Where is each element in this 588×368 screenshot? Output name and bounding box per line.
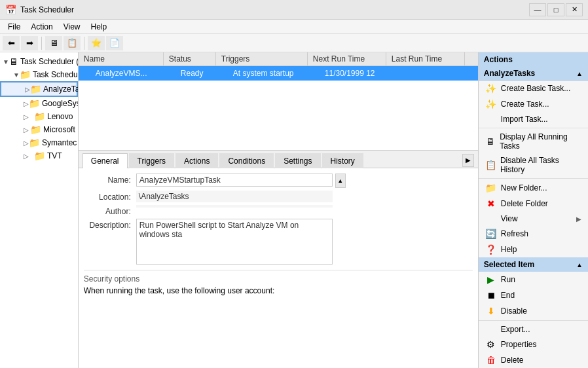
tree-label: Task Scheduler (Local): [20, 57, 79, 66]
delete-folder-icon: ✖: [485, 198, 497, 209]
expand-icon: ▷: [24, 113, 34, 120]
tree-item-microsoft[interactable]: ▷ 📁 Microsoft: [0, 123, 78, 136]
delete-icon: 🗑: [485, 355, 497, 365]
menu-help[interactable]: Help: [86, 21, 113, 33]
action-end[interactable]: ⏹ End: [479, 287, 588, 303]
tree-item-tvt[interactable]: ▷ 📁 TVT: [0, 149, 78, 162]
tab-triggers[interactable]: Triggers: [129, 153, 175, 168]
col-header-next[interactable]: Next Run Time: [308, 52, 386, 65]
view-submenu-arrow: ▶: [576, 215, 581, 223]
tabs-bar: General Triggers Actions Conditions Sett…: [79, 151, 478, 168]
tree-item-library[interactable]: ▼ 📁 Task Scheduler Library: [0, 68, 78, 81]
toolbar-separator: [41, 37, 42, 50]
description-field-row: Description: Run PowerShell script to St…: [84, 219, 473, 265]
action-delete-folder[interactable]: ✖ Delete Folder: [479, 196, 588, 212]
col-header-last[interactable]: Last Run Time: [386, 52, 465, 65]
forward-button[interactable]: ➡: [21, 36, 38, 50]
action-import-task[interactable]: Import Task...: [479, 112, 588, 126]
menu-file[interactable]: File: [3, 21, 26, 33]
author-field-row: Author:: [84, 205, 473, 216]
new-folder-label: New Folder...: [501, 183, 547, 193]
name-value[interactable]: AnalyzeVMStartupTask: [136, 174, 333, 187]
create-basic-task-label: Create Basic Task...: [501, 84, 571, 93]
action-new-folder[interactable]: 📁 New Folder...: [479, 180, 588, 196]
list-button[interactable]: 📋: [64, 36, 81, 50]
tab-conditions[interactable]: Conditions: [219, 153, 274, 168]
tree-item-root[interactable]: ▼ 🖥 Task Scheduler (Local): [0, 55, 78, 68]
computer-button[interactable]: 🖥: [45, 36, 62, 50]
folder-icon: 📁: [30, 124, 41, 135]
folder-icon: 📁: [29, 138, 40, 148]
selected-item-chevron-icon: ▲: [576, 261, 583, 268]
action-display-running[interactable]: 🖥 Display All Running Tasks: [479, 130, 588, 153]
action-run[interactable]: ▶ Run: [479, 272, 588, 287]
view-label: View: [501, 214, 518, 223]
menu-view[interactable]: View: [58, 21, 86, 33]
expand-icon: ▷: [24, 100, 29, 107]
tree-item-symantec[interactable]: ▷ 📁 Symantec Endpoint P: [0, 136, 78, 149]
actions-header[interactable]: Actions: [479, 52, 588, 67]
expand-icon: ▷: [24, 153, 34, 160]
close-button[interactable]: ✕: [566, 3, 583, 16]
maximize-button[interactable]: □: [547, 3, 564, 16]
action-separator: [479, 128, 588, 128]
folder-icon: 📁: [20, 69, 31, 80]
menu-action[interactable]: Action: [26, 21, 58, 33]
action-create-basic-task[interactable]: ✨ Create Basic Task...: [479, 81, 588, 96]
selected-separator: [479, 320, 588, 321]
task-status: Ready: [177, 67, 229, 79]
task-last-run: [399, 72, 478, 75]
back-button[interactable]: ⬅: [3, 36, 20, 50]
name-scroll-button[interactable]: ▲: [335, 174, 346, 188]
action-disable[interactable]: ⬇ Disable: [479, 303, 588, 319]
author-value: [136, 205, 333, 208]
action-help[interactable]: ❓ Help: [479, 242, 588, 257]
title-bar: 📅 Task Scheduler — □ ✕: [0, 0, 588, 20]
col-header-name[interactable]: Name: [79, 52, 164, 65]
tab-general[interactable]: General: [83, 153, 128, 168]
action-view[interactable]: View ▶: [479, 212, 588, 226]
selected-item-header[interactable]: Selected Item ▲: [479, 257, 588, 272]
task-row[interactable]: ℹ AnalyzeVMS... Ready At system startup …: [79, 66, 478, 81]
end-label: End: [501, 291, 515, 300]
action-disable-history[interactable]: 📋 Disable All Tasks History: [479, 153, 588, 177]
menu-bar: File Action View Help: [0, 20, 588, 34]
detail-panel: General Triggers Actions Conditions Sett…: [79, 151, 478, 368]
action-create-task[interactable]: ✨ Create Task...: [479, 96, 588, 112]
action-delete[interactable]: 🗑 Delete: [479, 352, 588, 368]
security-section: Security options When running the task, …: [84, 270, 473, 295]
tree-item-lenovo[interactable]: ▷ 📁 Lenovo: [0, 110, 78, 123]
analyzetasks-section-header[interactable]: AnalyzeTasks ▲: [479, 67, 588, 81]
location-field-row: Location: \AnalyzeTasks: [84, 191, 473, 202]
tab-history[interactable]: History: [322, 153, 363, 168]
star-button[interactable]: ⭐: [88, 36, 105, 50]
tree-item-analyzetasks[interactable]: ▷ 📁 AnalyzeTasks: [0, 81, 78, 97]
description-value[interactable]: Run PowerShell script to Start Analyze V…: [136, 219, 333, 265]
delete-folder-label: Delete Folder: [501, 199, 548, 208]
tree-panel: ▼ 🖥 Task Scheduler (Local) ▼ 📁 Task Sche…: [0, 52, 79, 368]
action-properties[interactable]: ⚙ Properties: [479, 337, 588, 352]
task-list: Name Status Triggers Next Run Time Last …: [79, 52, 478, 151]
task-triggers: At system startup: [229, 67, 321, 79]
scroll-tabs-button[interactable]: ▶: [462, 154, 474, 167]
doc-button[interactable]: 📄: [106, 36, 123, 50]
action-export[interactable]: Export...: [479, 322, 588, 337]
tab-actions[interactable]: Actions: [175, 153, 218, 168]
tree-label: TVT: [47, 151, 62, 160]
action-refresh[interactable]: 🔄 Refresh: [479, 226, 588, 242]
task-list-header: Name Status Triggers Next Run Time Last …: [79, 52, 478, 66]
expand-icon: ▼: [3, 58, 9, 65]
minimize-button[interactable]: —: [529, 3, 546, 16]
name-field-row: Name: AnalyzeVMStartupTask ▲: [84, 174, 473, 188]
col-header-triggers[interactable]: Triggers: [216, 52, 308, 65]
task-next-run: 11/30/1999 12: [321, 67, 399, 79]
tree-label: Microsoft: [43, 125, 75, 134]
analyzetasks-chevron-icon: ▲: [576, 70, 583, 77]
tab-settings[interactable]: Settings: [275, 153, 320, 168]
run-label: Run: [501, 275, 515, 284]
refresh-label: Refresh: [501, 229, 528, 238]
create-task-label: Create Task...: [501, 100, 549, 109]
tree-item-googlesystem[interactable]: ▷ 📁 GoogleSystem: [0, 97, 78, 110]
export-label: Export...: [501, 325, 530, 334]
col-header-status[interactable]: Status: [164, 52, 216, 65]
